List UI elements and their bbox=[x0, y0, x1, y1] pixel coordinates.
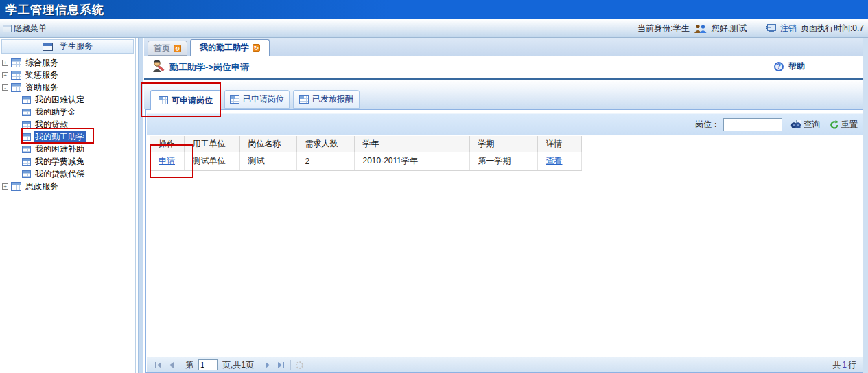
refresh-spinner-icon[interactable] bbox=[296, 361, 303, 369]
first-page-button[interactable] bbox=[154, 361, 163, 369]
col-action: 操作 bbox=[150, 136, 184, 152]
tab-my-work-study[interactable]: 我的勤工助学 ↻ bbox=[190, 39, 270, 56]
sidebar-item-daikuan[interactable]: 我的贷款 bbox=[0, 118, 135, 131]
col-headcount: 需求人数 bbox=[296, 136, 354, 152]
subtab-available-posts[interactable]: 可申请岗位 bbox=[150, 90, 221, 110]
sidebar-item-zhuxuejin[interactable]: 我的助学金 bbox=[0, 106, 135, 118]
sidebar-tree: + 综合服务 + 奖惩服务 - 资助服务 我的困难认定 我的助学金 bbox=[0, 56, 135, 192]
table-icon bbox=[22, 121, 31, 128]
sidebar-splitter[interactable] bbox=[138, 38, 143, 373]
search-field-label: 岗位： bbox=[695, 119, 720, 131]
table-icon bbox=[22, 146, 31, 153]
sidebar-item-xuefei-jianmian[interactable]: 我的学费减免 bbox=[0, 155, 135, 168]
table-icon bbox=[11, 182, 21, 191]
pagination-bar: 第 页,共1页 共1行 bbox=[147, 357, 863, 372]
table-row: 申请 测试单位 测试 2 2010-2011学年 第一学期 查看 bbox=[150, 152, 581, 170]
window-icon bbox=[43, 43, 53, 51]
sidebar-item-kunnan-rending[interactable]: 我的困难认定 bbox=[0, 93, 135, 106]
cell-headcount: 2 bbox=[296, 152, 354, 170]
table-icon bbox=[22, 170, 31, 178]
cell-school-year: 2010-2011学年 bbox=[354, 152, 469, 170]
subtab-applied-posts[interactable]: 已申请岗位 bbox=[224, 90, 290, 109]
page: 学工管理信息系统 隐藏菜单 当前身份:学生 您好,测试 注销 页面执行时间:0.… bbox=[0, 0, 868, 373]
col-detail: 详情 bbox=[537, 136, 581, 152]
sidebar-header: 学生服务 bbox=[1, 39, 134, 54]
col-employer: 用工单位 bbox=[184, 136, 239, 152]
divider bbox=[259, 360, 259, 370]
cell-semester: 第一学期 bbox=[469, 152, 537, 170]
view-link[interactable]: 查看 bbox=[546, 156, 563, 166]
posts-table: 操作 用工单位 岗位名称 需求人数 学年 学期 详情 申请 测试单位 测试 2 … bbox=[150, 136, 582, 171]
identity-label: 当前身份:学生 bbox=[637, 23, 689, 34]
table-icon bbox=[22, 109, 31, 116]
divider bbox=[290, 360, 291, 370]
sidebar-item-zonghefuwu[interactable]: + 综合服务 bbox=[0, 56, 135, 69]
person-pencil-icon bbox=[152, 59, 165, 73]
hide-menu-label: 隐藏菜单 bbox=[14, 23, 47, 34]
total-rows-label: 共1行 bbox=[832, 359, 863, 371]
tab-refresh-icon[interactable]: ↻ bbox=[253, 44, 260, 52]
sidebar-item-qingongzhuxue[interactable]: 我的勤工助学 bbox=[0, 131, 135, 143]
main-tabbar: 首页 ↻ 我的勤工助学 ↻ bbox=[144, 38, 863, 56]
logout-link[interactable]: 注销 bbox=[780, 23, 797, 34]
reset-button[interactable]: 重置 bbox=[830, 119, 858, 131]
col-semester: 学期 bbox=[469, 136, 537, 152]
utility-bar: 隐藏菜单 当前身份:学生 您好,测试 注销 页面执行时间:0.7 bbox=[0, 19, 868, 38]
table-icon bbox=[22, 158, 31, 166]
apply-link[interactable]: 申请 bbox=[159, 156, 175, 166]
table-header-row: 操作 用工单位 岗位名称 需求人数 学年 学期 详情 bbox=[150, 136, 581, 152]
hide-menu-button[interactable]: 隐藏菜单 bbox=[0, 23, 47, 34]
expand-icon[interactable]: + bbox=[2, 72, 8, 78]
table-icon bbox=[11, 58, 21, 67]
cell-employer: 测试单位 bbox=[184, 152, 239, 170]
query-button[interactable]: 查询 bbox=[790, 119, 820, 131]
prev-page-button[interactable] bbox=[168, 361, 175, 369]
page-suffix-label: 页,共1页 bbox=[222, 359, 254, 371]
divider bbox=[180, 360, 180, 370]
app-titlebar: 学工管理信息系统 bbox=[0, 0, 868, 19]
last-page-button[interactable] bbox=[276, 361, 285, 369]
users-icon bbox=[694, 24, 707, 33]
tab-home[interactable]: 首页 ↻ bbox=[148, 41, 187, 56]
col-school-year: 学年 bbox=[354, 136, 469, 152]
right-edge-strip bbox=[863, 38, 868, 373]
sidebar-item-daikuan-daichang[interactable]: 我的贷款代偿 bbox=[0, 168, 135, 180]
hide-menu-icon bbox=[3, 25, 12, 32]
table-icon bbox=[22, 133, 31, 141]
tab-refresh-icon[interactable]: ↻ bbox=[174, 45, 181, 52]
next-page-button[interactable] bbox=[264, 361, 271, 369]
sidebar-item-zizhufuwu[interactable]: - 资助服务 bbox=[0, 81, 135, 93]
sidebar-item-jiangchengfuwu[interactable]: + 奖惩服务 bbox=[0, 69, 135, 81]
grid-icon bbox=[230, 95, 239, 104]
content-panel: 岗位： 查询 重置 bbox=[145, 109, 863, 373]
help-button[interactable]: ? 帮助 bbox=[774, 60, 805, 72]
page-prefix-label: 第 bbox=[185, 359, 193, 371]
binoculars-icon bbox=[790, 120, 801, 129]
greeting-label: 您好,测试 bbox=[712, 23, 747, 34]
sidebar-item-kunnan-buzhu[interactable]: 我的困难补助 bbox=[0, 143, 135, 155]
sidebar-header-label: 学生服务 bbox=[60, 41, 93, 52]
collapse-icon[interactable]: - bbox=[2, 84, 8, 91]
table-icon bbox=[11, 71, 21, 80]
post-search-input[interactable] bbox=[723, 118, 782, 131]
expand-icon[interactable]: + bbox=[2, 60, 8, 66]
logout-icon[interactable] bbox=[764, 24, 776, 32]
breadcrumb-row: 勤工助学->岗位申请 ? 帮助 bbox=[144, 56, 863, 78]
subtab-paid-rewards[interactable]: 已发放报酬 bbox=[293, 90, 360, 109]
sidebar-item-sizhengfuwu[interactable]: + 思政服务 bbox=[0, 180, 135, 192]
page-number-input[interactable] bbox=[198, 359, 218, 370]
col-post-name: 岗位名称 bbox=[239, 136, 296, 152]
expand-icon[interactable]: + bbox=[2, 183, 8, 190]
table-icon bbox=[22, 96, 31, 104]
table-icon bbox=[11, 83, 21, 92]
app-title: 学工管理信息系统 bbox=[5, 2, 104, 18]
exec-time-label: 页面执行时间:0.7 bbox=[801, 23, 864, 34]
grid-icon bbox=[159, 96, 168, 104]
help-icon: ? bbox=[774, 62, 784, 71]
grid-icon bbox=[299, 95, 309, 104]
sidebar: 学生服务 + 综合服务 + 奖惩服务 - 资助服务 我的困难认定 bbox=[0, 38, 136, 373]
cell-post-name: 测试 bbox=[239, 152, 296, 170]
reset-icon bbox=[830, 120, 839, 129]
search-toolbar: 岗位： 查询 重置 bbox=[147, 113, 863, 135]
user-status-area: 当前身份:学生 您好,测试 注销 页面执行时间:0.7 bbox=[637, 23, 868, 34]
